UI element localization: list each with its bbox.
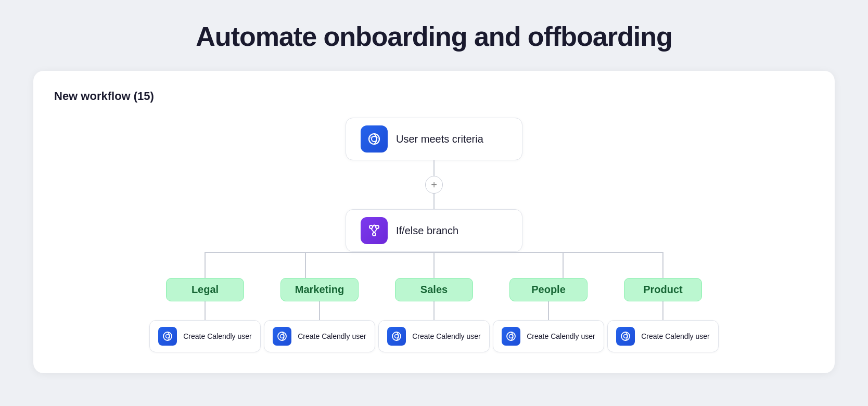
branch-action-sales: Create Calendly user [412, 332, 481, 340]
branch-node-people[interactable]: Create Calendly user [493, 320, 604, 352]
flow-container: User meets criteria + If/ [54, 118, 814, 352]
branch-node-legal[interactable]: Create Calendly user [149, 320, 261, 352]
connector-2 [433, 194, 435, 209]
calendly-icon-sales [387, 327, 406, 346]
branch-label-legal[interactable]: Legal [166, 278, 244, 301]
svg-point-6 [166, 335, 170, 338]
svg-point-11 [507, 332, 515, 340]
calendly-icon-marketing [273, 327, 291, 346]
branch-label: If/else branch [396, 225, 458, 237]
branch-node-marketing[interactable]: Create Calendly user [264, 320, 375, 352]
trigger-label: User meets criteria [396, 133, 483, 145]
svg-point-13 [621, 332, 630, 340]
svg-point-10 [395, 335, 399, 338]
branch-sales: Sales Create Calendly user [377, 278, 491, 352]
branch-node-sales[interactable]: Create Calendly user [378, 320, 490, 352]
branch-conn-marketing [319, 301, 320, 320]
svg-point-4 [373, 233, 376, 236]
svg-point-8 [280, 335, 284, 338]
branch-node[interactable]: If/else branch [346, 209, 522, 252]
trigger-node[interactable]: User meets criteria [346, 118, 522, 160]
branch-label-product[interactable]: Product [624, 278, 702, 301]
svg-point-5 [163, 332, 172, 340]
connector-1 [433, 160, 435, 176]
page-title: Automate onboarding and offboarding [196, 21, 672, 52]
svg-point-12 [509, 335, 513, 338]
branches-container: Legal Create Calendly user [148, 278, 720, 352]
branch-label-marketing[interactable]: Marketing [280, 278, 359, 301]
branch-icon [361, 217, 388, 244]
branch-action-product: Create Calendly user [641, 332, 710, 340]
branch-section: Legal Create Calendly user [54, 252, 814, 352]
branch-conn-legal [205, 301, 206, 320]
branch-conn-sales [433, 301, 435, 320]
svg-point-0 [369, 134, 379, 144]
svg-point-14 [624, 335, 628, 338]
branch-label-sales[interactable]: Sales [395, 278, 473, 301]
branch-action-people: Create Calendly user [527, 332, 595, 340]
calendly-icon-people [502, 327, 520, 346]
branch-product: Product Create Calendly user [606, 278, 720, 352]
branch-node-product[interactable]: Create Calendly user [607, 320, 719, 352]
svg-point-7 [278, 332, 286, 340]
add-step-button[interactable]: + [425, 176, 443, 194]
plus-icon: + [431, 180, 437, 190]
branch-conn-people [548, 301, 549, 320]
svg-point-9 [392, 332, 401, 340]
workflow-title: New workflow (15) [54, 90, 814, 103]
branch-marketing: Marketing Create Calendly user [262, 278, 377, 352]
calendly-icon-product [616, 327, 635, 346]
branch-action-marketing: Create Calendly user [298, 332, 366, 340]
calendly-icon-legal [158, 327, 177, 346]
branch-people: People Create Calendly user [491, 278, 606, 352]
branch-action-legal: Create Calendly user [183, 332, 252, 340]
branch-legal: Legal Create Calendly user [148, 278, 262, 352]
branch-label-people[interactable]: People [509, 278, 588, 301]
workflow-card: New workflow (15) User meets criteria + [33, 71, 835, 373]
trigger-icon [361, 125, 388, 153]
branch-conn-product [662, 301, 663, 320]
